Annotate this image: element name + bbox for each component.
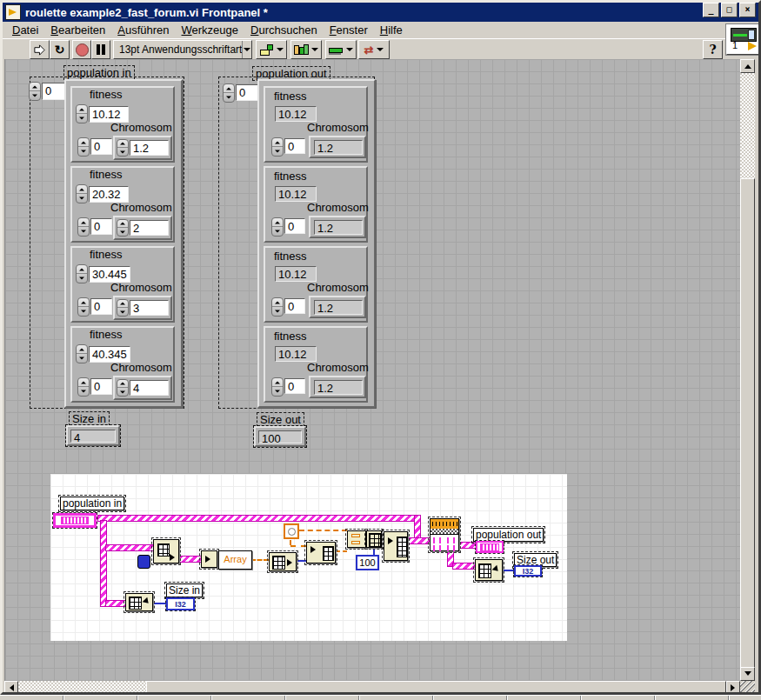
chromosom-index-spinner[interactable] [271, 137, 284, 157]
help-icon: ? [709, 43, 716, 57]
unbundle-node [153, 539, 179, 563]
chromosom-value-field[interactable]: 4 [130, 380, 169, 396]
help-button[interactable]: ? [703, 40, 723, 59]
fitness-label: fitness [274, 250, 307, 263]
vi-icon-button[interactable]: 1 [726, 24, 759, 55]
population-out-element-1: fitness 10.12 Chromosom 0 1.2 [264, 166, 368, 243]
population-in-cluster: fitness 10.12 Chromosom 0 1.2 fitness 20… [64, 79, 183, 408]
vertical-scrollbar-thumb[interactable] [740, 178, 755, 668]
wire-cluster-main [98, 516, 420, 521]
chromosom-value-spinner[interactable] [117, 379, 129, 397]
chromosom-index-field[interactable]: 0 [90, 218, 112, 235]
scroll-up-button[interactable] [740, 59, 755, 73]
font-selector[interactable]: 13pt Anwendungsschriftart [113, 40, 252, 59]
chromosom-index-field[interactable]: 0 [284, 218, 305, 234]
chromosom-value-field[interactable]: 3 [130, 300, 169, 316]
chromosom-index-spinner[interactable] [271, 297, 284, 317]
population-out-element-3: fitness 10.12 Chromosom 0 1.2 [264, 326, 368, 403]
resize-grip[interactable] [740, 681, 755, 694]
random-number-node [284, 523, 299, 539]
menu-datei[interactable]: Datei [6, 23, 44, 37]
vi-icon-number: 1 [732, 40, 738, 50]
font-selector-dropdown[interactable] [242, 41, 251, 58]
menu-werkzeuge[interactable]: Werkzeuge [176, 23, 245, 37]
resize-objects-button[interactable] [325, 40, 357, 59]
chromosom-value-field[interactable]: 2 [130, 220, 169, 236]
chromosom-label: Chromosom [110, 362, 172, 374]
chromosom-index-field[interactable]: 0 [90, 138, 112, 155]
align-objects-button[interactable] [256, 40, 287, 59]
population-in-element-1: fitness 20.32 Chromosom 0 2 [70, 166, 175, 243]
fitness-spinner[interactable] [76, 104, 88, 123]
chromosom-value-indicator: 1.2 [314, 140, 363, 155]
population-in-terminal [53, 513, 97, 528]
align-objects-icon [259, 43, 273, 56]
population-in-index-field[interactable]: 0 [42, 83, 65, 100]
chromosom-index-field[interactable]: 0 [284, 378, 305, 394]
roulette-node-checker [431, 529, 458, 535]
chromosom-value-spinner[interactable] [117, 139, 129, 157]
chromosom-value-field[interactable]: 1.2 [130, 140, 169, 156]
chromosom-index-field[interactable]: 0 [90, 298, 112, 315]
scroll-down-button[interactable] [740, 667, 755, 681]
chromosom-array-frame: 4 [113, 376, 172, 400]
population-out-index-spinner[interactable] [223, 83, 235, 103]
run-continuous-button[interactable]: ↻ [50, 40, 70, 59]
population-in-element-2: fitness 30.445 Chromosom 0 3 [70, 246, 175, 323]
fitness-spinner[interactable] [76, 344, 88, 363]
size-out-terminal: I32 [514, 565, 542, 577]
chromosom-index-spinner[interactable] [77, 377, 90, 397]
pause-icon [97, 44, 105, 55]
menu-bearbeiten[interactable]: Bearbeiten [44, 23, 111, 37]
chromosom-array-frame: 1.2 [309, 216, 366, 238]
menu-fenster[interactable]: Fenster [324, 23, 374, 37]
maximize-button[interactable]: □ [721, 3, 738, 17]
population-out-index-field[interactable]: 0 [236, 84, 259, 101]
size-in-terminal: I32 [166, 597, 195, 610]
horizontal-scrollbar[interactable] [4, 681, 740, 694]
stop-button[interactable] [72, 40, 91, 59]
chromosom-value-spinner[interactable] [117, 219, 129, 237]
taskbar-edge [0, 695, 761, 700]
fitness-label: fitness [90, 89, 123, 101]
menu-durchsuchen[interactable]: Durchsuchen [244, 23, 324, 37]
run-button[interactable] [30, 40, 50, 59]
roulette-selection-node [430, 518, 459, 551]
chevron-down-icon [377, 48, 384, 55]
fitness-indicator: 10.12 [275, 106, 317, 122]
chromosom-array-frame: 1.2 [309, 376, 366, 398]
chromosom-index-field[interactable]: 0 [284, 138, 305, 154]
scroll-right-button[interactable] [726, 681, 740, 694]
fitness-spinner[interactable] [76, 184, 88, 203]
population-in-index-spinner[interactable] [29, 82, 41, 101]
arrow-up-icon [744, 61, 751, 69]
chromosom-value-spinner[interactable] [117, 299, 129, 317]
resize-objects-icon [329, 43, 343, 56]
pause-button[interactable] [91, 40, 110, 59]
fitness-spinner[interactable] [76, 264, 88, 283]
distribute-objects-button[interactable] [290, 40, 322, 59]
chromosom-index-field[interactable]: 0 [284, 298, 305, 314]
wire-float-search-out [336, 550, 347, 552]
chromosom-index-spinner[interactable] [271, 217, 284, 237]
wire-cluster-to-popout [459, 543, 476, 548]
reorder-button[interactable]: ⇄ [358, 40, 390, 59]
close-button[interactable]: × [739, 3, 756, 17]
chromosom-index-spinner[interactable] [77, 137, 90, 157]
vertical-scrollbar[interactable] [740, 59, 755, 681]
chromosom-label: Chromosom [110, 122, 172, 134]
chromosom-array-frame: 2 [113, 216, 172, 240]
chromosom-index-field[interactable]: 0 [90, 378, 112, 395]
chromosom-index-spinner[interactable] [77, 297, 90, 317]
chromosom-index-spinner[interactable] [77, 217, 90, 237]
chromosom-array-frame: 1.2 [113, 136, 172, 160]
menu-ausfuehren[interactable]: Ausführen [111, 23, 175, 37]
wire-cluster-to-roulette [408, 538, 431, 543]
chromosom-index-spinner[interactable] [271, 377, 284, 397]
menu-hilfe[interactable]: Hilfe [374, 23, 409, 37]
horizontal-scrollbar-thumb[interactable] [146, 681, 726, 694]
minimize-button[interactable]: _ [703, 3, 719, 17]
wire-float-array-to-index [250, 559, 269, 561]
chevron-down-icon [311, 48, 318, 55]
scroll-left-button[interactable] [4, 681, 18, 694]
